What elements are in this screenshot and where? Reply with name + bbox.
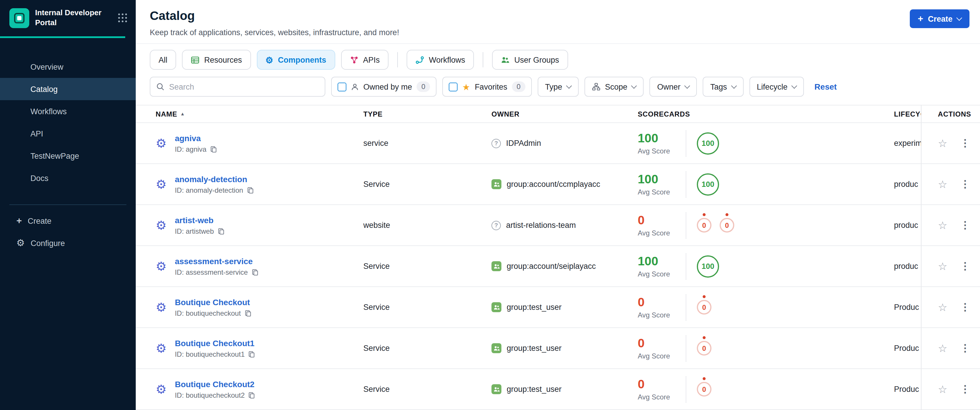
scorecard-badge[interactable]: 100 [697, 132, 719, 154]
scorecard-badge[interactable]: 0 [697, 382, 711, 397]
scorecard-badge[interactable]: 0 [720, 218, 734, 233]
copy-icon[interactable] [244, 309, 251, 317]
entity-name-link[interactable]: artist-web [175, 215, 224, 225]
accent-underline [0, 36, 125, 38]
favorite-star-icon[interactable]: ☆ [938, 302, 947, 313]
column-header-lifecycle[interactable]: LIFECYC [894, 110, 921, 118]
favorite-star-icon[interactable]: ☆ [938, 179, 947, 190]
search-icon [156, 83, 164, 91]
chevron-down-icon [956, 14, 962, 21]
tab-components[interactable]: ⚙Components [256, 50, 335, 70]
scorecard-badge[interactable]: 100 [697, 173, 719, 195]
kebab-menu-icon[interactable]: ⋮ [960, 343, 970, 353]
actions-cell: ☆⋮ [921, 164, 980, 204]
sidebar-create[interactable]: + Create [0, 210, 136, 232]
column-header-name[interactable]: NAME ▲ [156, 110, 363, 118]
entity-name-link[interactable]: Boutique Checkout1 [175, 338, 255, 348]
copy-icon[interactable] [247, 187, 254, 193]
sidebar-item-overview[interactable]: Overview [0, 56, 136, 78]
favorite-star-icon[interactable]: ☆ [938, 220, 947, 230]
tab-apis[interactable]: APIs [341, 50, 388, 70]
column-header-owner[interactable]: OWNER [492, 110, 638, 118]
scorecard-badge[interactable]: 0 [697, 300, 711, 314]
copy-icon[interactable] [210, 145, 217, 153]
entity-name-link[interactable]: anomaly-detection [175, 174, 254, 183]
tab-label: APIs [363, 55, 380, 64]
reset-filters-link[interactable]: Reset [815, 82, 837, 91]
chevron-down-icon [684, 83, 690, 88]
kebab-menu-icon[interactable]: ⋮ [960, 220, 970, 230]
lifecycle-cell: Produc [894, 344, 921, 353]
scorecard-badge[interactable]: 0 [697, 218, 711, 233]
entity-name-link[interactable]: agniva [175, 133, 217, 143]
kebab-menu-icon[interactable]: ⋮ [960, 261, 970, 271]
column-header-scorecards[interactable]: SCORECARDS [638, 110, 894, 118]
scorecard-badges: 0 [697, 300, 711, 314]
avg-score: 0Avg Score [638, 214, 675, 237]
kebab-menu-icon[interactable]: ⋮ [960, 302, 970, 312]
filter-dropdown-scope[interactable]: Scope [584, 77, 644, 97]
score-divider [686, 335, 686, 362]
copy-icon[interactable] [251, 268, 258, 276]
sidebar-item-docs[interactable]: Docs [0, 167, 136, 189]
entity-kind-tabs: AllResources⚙ComponentsAPIsWorkflowsUser… [136, 44, 980, 75]
scorecard-badge[interactable]: 100 [697, 255, 719, 278]
favorite-star-icon[interactable]: ☆ [938, 384, 947, 394]
name-wrap: artist-webID: artistweb [175, 215, 224, 235]
filter-dropdown-tags[interactable]: Tags [703, 77, 743, 97]
search-input[interactable] [169, 82, 319, 91]
score-divider [686, 294, 686, 321]
column-header-type[interactable]: TYPE [363, 110, 492, 118]
favorites-checkbox[interactable] [449, 82, 458, 91]
favorite-star-icon[interactable]: ☆ [938, 343, 947, 354]
kebab-menu-icon[interactable]: ⋮ [960, 384, 970, 394]
table-row: ⚙Boutique Checkout2ID: boutiquecheckout2… [136, 369, 980, 410]
favorite-star-icon[interactable]: ☆ [938, 261, 947, 271]
kebab-menu-icon[interactable]: ⋮ [960, 179, 970, 189]
sidebar-configure[interactable]: ⚙ Configure [0, 232, 136, 254]
name-cell: ⚙anomaly-detectionID: anomaly-detection [156, 174, 363, 194]
scorecard-badge-value: 0 [697, 341, 711, 356]
sidebar-item-testnewpage[interactable]: TestNewPage [0, 145, 136, 167]
entity-name-link[interactable]: Boutique Checkout2 [175, 379, 255, 389]
entity-id: ID: boutiquecheckout2 [175, 391, 255, 399]
usergroups-icon [501, 55, 510, 64]
owned-by-me-filter[interactable]: Owned by me 0 [331, 77, 436, 97]
entity-id: ID: anomaly-detection [175, 186, 254, 194]
filter-dropdown-lifecycle[interactable]: Lifecycle [749, 77, 804, 97]
table-row: ⚙anomaly-detectionID: anomaly-detectionS… [136, 164, 980, 205]
scorecards-cell: 100Avg Score100 [638, 130, 894, 157]
tab-user-groups[interactable]: User Groups [492, 50, 568, 70]
copy-icon[interactable] [248, 351, 255, 357]
owned-by-me-checkbox[interactable] [337, 82, 346, 91]
filter-dropdown-type[interactable]: Type [538, 77, 579, 97]
entity-id: ID: assessment-service [175, 268, 258, 276]
tab-resources[interactable]: Resources [182, 50, 251, 70]
avg-score-label: Avg Score [638, 352, 675, 360]
filter-dropdown-owner[interactable]: Owner [649, 77, 697, 97]
kebab-menu-icon[interactable]: ⋮ [960, 138, 970, 148]
favorites-filter[interactable]: ★ Favorites 0 [442, 77, 531, 97]
copy-icon[interactable] [248, 392, 255, 399]
copy-icon[interactable] [217, 228, 224, 235]
scorecard-badge[interactable]: 0 [697, 341, 711, 356]
favorite-star-icon[interactable]: ☆ [938, 138, 947, 148]
avg-score-value: 0 [638, 378, 675, 391]
search-box[interactable] [150, 77, 325, 97]
sidebar-nav: OverviewCatalogWorkflowsAPITestNewPageDo… [0, 56, 136, 189]
entity-name-link[interactable]: assessment-service [175, 256, 258, 266]
sidebar-item-api[interactable]: API [0, 123, 136, 145]
tab-workflows[interactable]: Workflows [407, 50, 474, 70]
entity-name-link[interactable]: Boutique Checkout [175, 297, 251, 306]
scorecards-cell: 100Avg Score100 [638, 171, 894, 198]
favorites-label: Favorites [475, 82, 507, 91]
scorecard-badges: 0 [697, 382, 711, 397]
create-button[interactable]: + Create [910, 10, 969, 28]
apps-grid-icon[interactable] [118, 13, 127, 23]
tab-all[interactable]: All [150, 50, 176, 70]
scorecard-badge-value: 0 [697, 300, 711, 314]
sidebar-item-workflows[interactable]: Workflows [0, 100, 136, 123]
name-wrap: anomaly-detectionID: anomaly-detection [175, 174, 254, 194]
scorecard-badge-value: 100 [697, 255, 719, 278]
sidebar-item-catalog[interactable]: Catalog [0, 78, 136, 100]
